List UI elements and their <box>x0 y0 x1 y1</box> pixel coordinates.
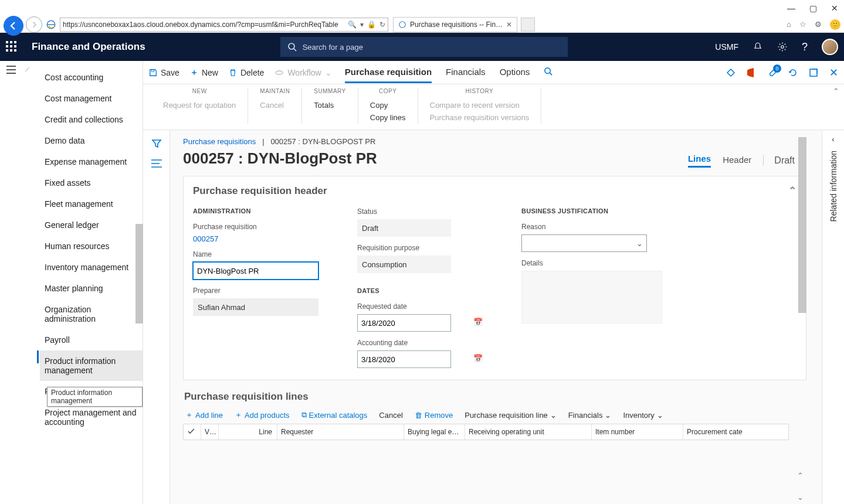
nav-item[interactable]: Payroll <box>40 329 143 350</box>
detail-scrollbar[interactable] <box>798 137 806 442</box>
calendar-icon[interactable]: 📅 <box>473 354 483 363</box>
col-valid[interactable]: V… <box>201 424 219 440</box>
nav-item[interactable]: Demo data <box>40 130 143 151</box>
favorites-icon[interactable]: ☆ <box>799 20 806 29</box>
tab-options[interactable]: Options <box>500 62 530 83</box>
pin-icon[interactable] <box>22 64 30 73</box>
power-apps-icon[interactable] <box>726 68 735 77</box>
ribbon-item[interactable]: Compare to recent version <box>430 99 530 111</box>
nav-item[interactable]: Inventory management <box>40 257 143 278</box>
inventory-menu[interactable]: Inventory ⌄ <box>623 411 663 420</box>
ribbon-item[interactable]: Copy lines <box>370 111 406 124</box>
workflow-button[interactable]: Workflow ⌄ <box>274 68 331 77</box>
ribbon-collapse-icon[interactable]: ⌃ <box>833 87 839 96</box>
nav-item[interactable]: Master planning <box>40 278 143 299</box>
remove-button[interactable]: 🗑Remove <box>415 411 453 420</box>
browser-back-button[interactable] <box>4 16 23 36</box>
pr-line-menu[interactable]: Purchase requisition line ⌄ <box>465 411 557 420</box>
global-search[interactable]: Search for a page <box>280 37 568 57</box>
popout-icon[interactable] <box>809 69 818 77</box>
financials-menu[interactable]: Financials ⌄ <box>568 411 612 420</box>
office-icon[interactable] <box>747 68 755 77</box>
details-textarea[interactable] <box>521 271 662 323</box>
window-minimize[interactable]: — <box>787 4 795 13</box>
accounting-date-input[interactable] <box>357 350 451 368</box>
body: Cost accounting Cost management Credit a… <box>0 61 844 504</box>
help-icon[interactable]: ? <box>802 41 808 53</box>
tools-icon[interactable]: ⚙ <box>815 20 822 29</box>
save-button[interactable]: Save <box>149 68 179 77</box>
chevron-up-icon[interactable]: ⌃ <box>797 471 804 480</box>
delete-button[interactable]: Delete <box>229 68 264 77</box>
feedback-icon[interactable]: 🙂 <box>830 19 840 30</box>
attachments-icon[interactable] <box>767 68 777 77</box>
nav-item[interactable]: Human resources <box>40 236 143 257</box>
side-scrollbar[interactable] <box>135 224 143 323</box>
nav-item[interactable]: General ledger <box>40 214 143 236</box>
calendar-icon[interactable]: 📅 <box>473 318 483 326</box>
col-receiving-ou[interactable]: Receiving operating unit <box>465 424 592 440</box>
related-info-rail[interactable]: ‹ Related information <box>822 130 844 504</box>
col-requester[interactable]: Requester <box>277 424 404 440</box>
nav-item-active[interactable]: Product information management <box>40 350 143 381</box>
name-input[interactable] <box>193 262 318 280</box>
refresh-icon[interactable] <box>788 68 798 77</box>
requested-date-input[interactable] <box>357 314 451 332</box>
col-select[interactable] <box>184 424 201 440</box>
refresh-icon[interactable]: ↻ <box>379 21 385 29</box>
new-button[interactable]: ＋ New <box>190 67 218 78</box>
close-pane-icon[interactable]: ✕ <box>829 66 838 79</box>
reason-select[interactable]: ⌄ <box>521 234 647 252</box>
address-bar[interactable]: https://usnconeboxax1aos.cloud.onebox.dy… <box>60 18 388 32</box>
user-avatar[interactable] <box>822 39 838 55</box>
group-business-justification: BUSINESS JUSTIFICATION <box>521 207 662 214</box>
tab-purchase-requisition[interactable]: Purchase requisition <box>345 62 432 83</box>
home-icon[interactable]: ⌂ <box>787 20 791 29</box>
card-header-title[interactable]: Purchase requisition header ⌃ <box>184 176 806 205</box>
col-procurement-category[interactable]: Procurement cate <box>683 424 788 440</box>
crumb-root[interactable]: Purchase requisitions <box>183 137 256 146</box>
col-line[interactable]: Line <box>219 424 277 440</box>
ribbon-item[interactable]: Purchase requisition versions <box>430 111 530 124</box>
ribbon-item[interactable]: Totals <box>314 99 345 111</box>
settings-icon[interactable] <box>777 42 788 52</box>
label-reason: Reason <box>521 223 662 231</box>
ribbon-item[interactable]: Cancel <box>260 99 290 111</box>
filter-icon[interactable] <box>151 138 162 149</box>
search-icon[interactable]: 🔍 <box>348 21 357 29</box>
hamburger-icon[interactable] <box>6 66 16 74</box>
ribbon-item[interactable]: Request for quotation <box>163 99 236 111</box>
browser-forward-button[interactable] <box>26 16 42 33</box>
list-icon[interactable] <box>151 159 162 168</box>
tab-financials[interactable]: Financials <box>446 62 486 83</box>
view-lines[interactable]: Lines <box>688 154 711 168</box>
cancel-button[interactable]: Cancel <box>379 411 402 420</box>
col-buying-entity[interactable]: Buying legal en… <box>404 424 465 440</box>
nav-item[interactable]: Organization administration <box>40 299 143 329</box>
view-header[interactable]: Header <box>723 155 751 167</box>
nav-item[interactable]: Expense management <box>40 151 143 172</box>
chevron-down-icon[interactable]: ⌄ <box>797 493 804 502</box>
app-launcher-icon[interactable] <box>6 41 18 53</box>
browser-tab[interactable]: Purchase requisitions -- Fin… ✕ <box>393 17 517 32</box>
external-catalogs-button[interactable]: ⧉External catalogs <box>301 410 368 420</box>
pr-number[interactable]: 000257 <box>193 234 322 243</box>
col-item-number[interactable]: Item number <box>592 424 683 440</box>
window-close[interactable]: ✕ <box>831 4 838 13</box>
notifications-icon[interactable] <box>753 42 763 52</box>
dropdown-icon[interactable]: ▾ <box>360 21 364 29</box>
tab-close-icon[interactable]: ✕ <box>506 21 512 29</box>
chevron-left-icon[interactable]: ‹ <box>832 135 834 144</box>
nav-item[interactable]: Fixed assets <box>40 172 143 193</box>
ribbon-item[interactable]: Copy <box>370 99 406 111</box>
actionbar-search-icon[interactable] <box>544 62 553 83</box>
nav-item[interactable]: Credit and collections <box>40 109 143 130</box>
nav-item[interactable]: Cost accounting <box>40 67 143 88</box>
add-products-button[interactable]: ＋Add products <box>235 410 290 420</box>
company-picker[interactable]: USMF <box>715 42 738 52</box>
window-maximize[interactable]: ▢ <box>809 4 817 13</box>
add-line-button[interactable]: ＋Add line <box>185 410 223 420</box>
nav-item[interactable]: Cost management <box>40 88 143 109</box>
new-tab-button[interactable] <box>521 18 535 32</box>
nav-item[interactable]: Fleet management <box>40 193 143 214</box>
